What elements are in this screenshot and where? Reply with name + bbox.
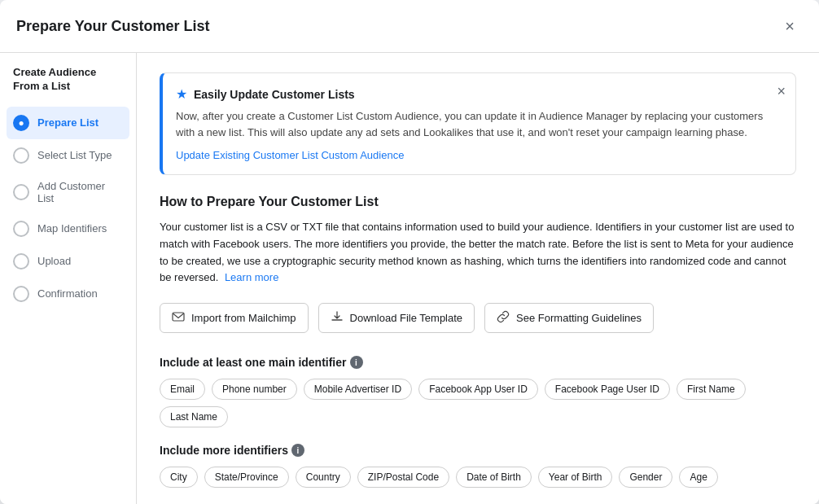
tag-last-name[interactable]: Last Name (160, 406, 228, 427)
tag-zip-postal-code[interactable]: ZIP/Postal Code (357, 467, 449, 488)
sidebar-item-select-list-type[interactable]: Select List Type (0, 139, 136, 172)
link-icon (497, 310, 510, 326)
sidebar-label-add-customer-list: Add Customer List (37, 180, 123, 204)
main-identifiers-tags: Email Phone number Mobile Advertiser ID … (160, 379, 796, 427)
see-formatting-label: See Formatting Guidelines (516, 312, 642, 324)
step-circle-add-customer-list (13, 184, 29, 200)
main-identifiers-section: Include at least one main identifier i E… (160, 356, 796, 427)
sidebar-label-prepare-list: Prepare List (37, 116, 99, 129)
svg-rect-0 (173, 313, 184, 321)
modal-body: Create Audience From a List ● Prepare Li… (0, 53, 819, 504)
step-circle-select-list-type (13, 147, 29, 164)
download-template-label: Download File Template (350, 312, 463, 324)
tag-city[interactable]: City (160, 467, 198, 488)
tag-facebook-app-user-id[interactable]: Facebook App User ID (418, 379, 538, 400)
modal-close-button[interactable]: × (777, 13, 803, 39)
mail-icon (172, 310, 185, 326)
import-mailchimp-label: Import from Mailchimp (191, 312, 296, 324)
sidebar-label-select-list-type: Select List Type (37, 149, 112, 161)
tag-facebook-page-user-id[interactable]: Facebook Page User ID (545, 379, 670, 400)
import-mailchimp-button[interactable]: Import from Mailchimp (160, 303, 309, 333)
update-audience-link[interactable]: Update Existing Customer List Custom Aud… (176, 149, 404, 161)
checkmark-icon: ● (18, 117, 24, 129)
info-banner-text: Now, after you create a Customer List Cu… (176, 108, 782, 140)
info-banner-title: Easily Update Customer Lists (194, 88, 355, 101)
tag-mobile-advertiser-id[interactable]: Mobile Advertiser ID (304, 379, 412, 400)
tag-gender[interactable]: Gender (619, 467, 672, 488)
banner-close-button[interactable]: × (777, 83, 786, 100)
tag-first-name[interactable]: First Name (677, 379, 746, 400)
tag-year-of-birth[interactable]: Year of Birth (538, 467, 613, 488)
modal-header: Prepare Your Customer List × (0, 0, 819, 53)
download-template-button[interactable]: Download File Template (318, 303, 475, 333)
step-circle-map-identifiers (13, 221, 29, 237)
step-circle-upload (13, 253, 29, 270)
learn-more-link[interactable]: Learn more (225, 271, 278, 283)
modal: Prepare Your Customer List × Create Audi… (0, 0, 819, 504)
step-circle-prepare-list: ● (13, 115, 29, 131)
sidebar-item-prepare-list[interactable]: ● Prepare List (7, 107, 129, 139)
more-identifiers-info-icon[interactable]: i (291, 444, 304, 457)
more-identifiers-tags: City State/Province Country ZIP/Postal C… (160, 467, 796, 488)
main-identifiers-info-icon[interactable]: i (350, 356, 363, 369)
see-formatting-button[interactable]: See Formatting Guidelines (484, 303, 654, 333)
download-icon (331, 310, 344, 326)
sidebar-label-confirmation: Confirmation (37, 287, 98, 300)
info-banner-header: ★ Easily Update Customer Lists (176, 86, 782, 102)
main-content: ★ Easily Update Customer Lists × Now, af… (137, 53, 819, 504)
step-circle-confirmation (13, 286, 29, 302)
how-to-title: How to Prepare Your Customer List (160, 195, 796, 209)
main-identifiers-label: Include at least one main identifier i (160, 356, 796, 369)
sidebar-item-confirmation[interactable]: Confirmation (0, 278, 136, 310)
tag-phone[interactable]: Phone number (212, 379, 297, 400)
tag-email[interactable]: Email (160, 379, 205, 400)
more-identifiers-section: Include more identifiers i City State/Pr… (160, 444, 796, 488)
star-icon: ★ (176, 86, 187, 102)
tag-country[interactable]: Country (296, 467, 351, 488)
more-identifiers-label: Include more identifiers i (160, 444, 796, 457)
tag-age[interactable]: Age (679, 467, 717, 488)
sidebar-label-upload: Upload (37, 255, 71, 267)
action-buttons: Import from Mailchimp Download File Temp… (160, 303, 796, 333)
info-banner: ★ Easily Update Customer Lists × Now, af… (160, 72, 796, 175)
sidebar-item-upload[interactable]: Upload (0, 245, 136, 278)
sidebar: Create Audience From a List ● Prepare Li… (0, 53, 137, 504)
sidebar-label-map-identifiers: Map Identifiers (37, 222, 107, 234)
tag-state-province[interactable]: State/Province (204, 467, 289, 488)
how-to-text: Your customer list is a CSV or TXT file … (160, 219, 796, 287)
modal-title: Prepare Your Customer List (16, 18, 209, 35)
tag-date-of-birth[interactable]: Date of Birth (456, 467, 532, 488)
sidebar-title: Create Audience From a List (0, 66, 136, 107)
sidebar-item-map-identifiers[interactable]: Map Identifiers (0, 213, 136, 245)
sidebar-item-add-customer-list[interactable]: Add Customer List (0, 172, 136, 213)
